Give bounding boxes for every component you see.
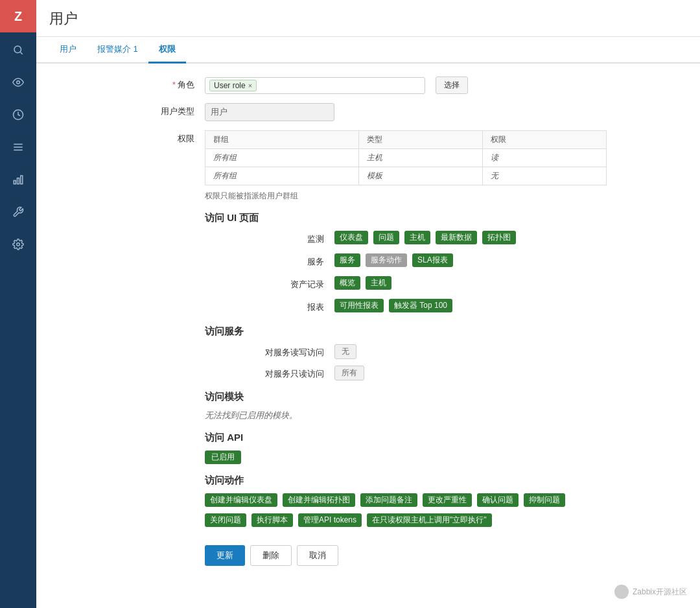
action-tag-2: 添加问题备注: [360, 493, 417, 507]
read-write-badge: 无: [334, 344, 356, 359]
update-button[interactable]: 更新: [205, 545, 245, 566]
access-api-heading: 访问 API: [205, 432, 687, 444]
reports-row: 报表 可用性报表 触发器 Top 100: [205, 299, 687, 315]
user-type-value: 用户: [205, 103, 334, 121]
action-tags-row: 创建并编辑仪表盘 创建并编辑拓扑图 添加问题备注 更改严重性 确认问题 抑制问题: [205, 493, 687, 509]
main-content: 用户 用户 报警媒介 1 权限 角色 User role × 选择: [36, 0, 700, 608]
read-only-value: 所有: [334, 366, 687, 380]
svg-rect-8: [18, 178, 19, 184]
read-only-row: 对服务只读访问 所有: [205, 366, 687, 380]
role-input-box[interactable]: User role ×: [205, 77, 425, 94]
permissions-field: 群组 类型 权限 所有组 主机 读 所有组 模板: [205, 130, 687, 202]
tag-dashboard: 仪表盘: [334, 231, 368, 244]
role-row: 角色 User role × 选择: [75, 76, 687, 94]
table-row: 所有组 主机 读: [205, 149, 607, 167]
tag-hosts: 主机: [404, 231, 430, 244]
role-label: 角色: [75, 76, 205, 91]
user-type-label: 用户类型: [75, 103, 205, 117]
action-tag-9: 在只读权限主机上调用"立即执行": [367, 513, 492, 527]
cancel-button[interactable]: 取消: [297, 545, 338, 566]
tag-availability-report: 可用性报表: [334, 299, 384, 312]
tab-bar: 用户 报警媒介 1 权限: [36, 37, 700, 64]
table-row: 所有组 模板 无: [205, 167, 607, 185]
watermark-text: Zabbix开源社区: [633, 587, 687, 598]
modules-empty-text: 无法找到已启用的模块。: [205, 410, 687, 421]
gear-icon[interactable]: [0, 229, 36, 259]
permissions-row: 权限 群组 类型 权限 所有组 主机 读: [75, 130, 687, 202]
delete-button[interactable]: 删除: [250, 545, 292, 566]
monitoring-tags: 仪表盘 问题 主机 最新数据 拓扑图: [334, 231, 687, 247]
action-tag-8: 管理API tokens: [298, 513, 362, 527]
reports-label: 报表: [205, 299, 334, 313]
action-tag-5: 抑制问题: [524, 493, 565, 507]
sidebar: Z: [0, 0, 36, 608]
tag-service: 服务: [334, 253, 360, 267]
read-write-row: 对服务读写访问 无: [205, 344, 687, 359]
col-perm: 权限: [483, 131, 607, 149]
svg-line-1: [20, 52, 22, 54]
role-tag-remove[interactable]: ×: [248, 82, 252, 89]
tag-latest-data: 最新数据: [436, 231, 477, 244]
read-only-badge: 所有: [334, 366, 364, 380]
access-ui-heading: 访问 UI 页面: [205, 212, 687, 224]
action-tag-7: 执行脚本: [251, 513, 293, 527]
tag-inventory-host: 主机: [366, 276, 391, 290]
monitoring-label: 监测: [205, 231, 334, 245]
row1-perm: 读: [483, 149, 607, 167]
wrench-icon[interactable]: [0, 197, 36, 227]
tag-service-action: 服务动作: [366, 253, 407, 267]
reports-tags: 可用性报表 触发器 Top 100: [334, 299, 687, 315]
user-type-row: 用户类型 用户: [75, 103, 687, 121]
tab-users[interactable]: 用户: [49, 37, 87, 64]
row1-group: 所有组: [205, 149, 359, 167]
permissions-note: 权限只能被指派给用户群组: [205, 191, 687, 202]
svg-point-10: [17, 243, 20, 246]
api-status-badge: 已启用: [205, 450, 241, 464]
row2-perm: 无: [483, 167, 607, 185]
svg-point-0: [14, 46, 21, 53]
tab-permissions[interactable]: 权限: [148, 37, 186, 64]
tab-media[interactable]: 报警媒介 1: [87, 37, 148, 64]
tag-trigger-top100: 触发器 Top 100: [389, 299, 452, 312]
role-tag: User role ×: [209, 80, 257, 91]
search-icon[interactable]: [0, 35, 36, 65]
list-icon[interactable]: [0, 132, 36, 162]
action-tag-4: 确认问题: [477, 493, 519, 507]
role-search-input[interactable]: [257, 81, 421, 90]
logo[interactable]: Z: [0, 0, 36, 32]
svg-point-2: [17, 81, 20, 84]
row1-type: 主机: [359, 149, 483, 167]
user-type-field: 用户: [205, 103, 687, 121]
tag-topology: 拓扑图: [482, 231, 516, 244]
role-select-button[interactable]: 选择: [436, 76, 468, 94]
tag-overview: 概览: [334, 276, 360, 290]
watermark-icon: [614, 585, 629, 599]
col-type: 类型: [359, 131, 483, 149]
read-write-label: 对服务读写访问: [205, 344, 334, 358]
services-tags: 服务 服务动作 SLA报表: [334, 253, 687, 270]
tag-sla: SLA报表: [412, 253, 453, 267]
monitoring-row: 监测 仪表盘 问题 主机 最新数据 拓扑图: [205, 231, 687, 247]
chart-icon[interactable]: [0, 165, 36, 194]
row2-group: 所有组: [205, 167, 359, 185]
role-field: User role × 选择: [205, 76, 687, 94]
page-header: 用户: [36, 0, 700, 37]
action-tag-6: 关闭问题: [205, 513, 246, 527]
clock-icon[interactable]: [0, 100, 36, 130]
page-title: 用户: [49, 9, 687, 29]
eye-icon[interactable]: [0, 67, 36, 97]
tag-problems: 问题: [373, 231, 399, 244]
svg-rect-9: [21, 176, 23, 184]
action-tag-3: 更改严重性: [423, 493, 472, 507]
col-group: 群组: [205, 131, 359, 149]
services-row: 服务 服务 服务动作 SLA报表: [205, 253, 687, 270]
row2-type: 模板: [359, 167, 483, 185]
inventory-tags: 概览 主机: [334, 276, 687, 292]
inventory-row: 资产记录 概览 主机: [205, 276, 687, 292]
permissions-table: 群组 类型 权限 所有组 主机 读 所有组 模板: [205, 130, 607, 185]
form-content: 角色 User role × 选择 用户类型 用户: [36, 64, 700, 608]
services-label: 服务: [205, 253, 334, 268]
access-modules-heading: 访问模块: [205, 391, 687, 403]
permissions-label: 权限: [75, 130, 205, 145]
access-actions-heading: 访问动作: [205, 474, 687, 487]
